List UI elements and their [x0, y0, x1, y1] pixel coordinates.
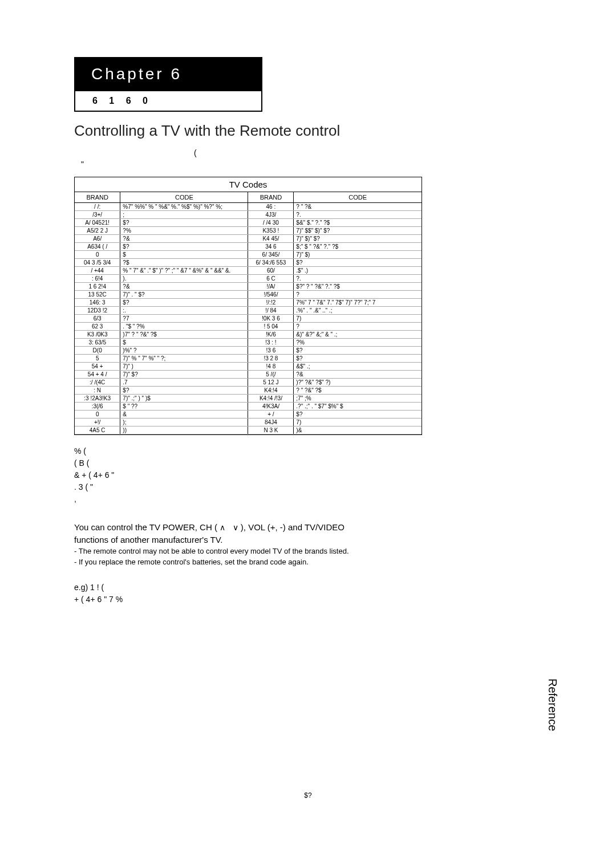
brand-cell: 54 +	[75, 363, 120, 371]
brand-cell: 4J3/	[248, 211, 294, 219]
brand-cell: 13 52C	[75, 291, 120, 299]
brand-cell: A6/	[75, 235, 120, 243]
code-cell: ?.	[294, 211, 422, 219]
brand-cell: A/ 04521!	[75, 219, 120, 227]
table-row: 62 3. "$ " ?%! 5 04?	[75, 323, 422, 331]
intro-text: ( "	[74, 148, 542, 170]
step-line3: & + ( 4+ 6 "	[74, 469, 542, 481]
brand-cell: :3 !2A3!K3	[75, 395, 120, 403]
table-row: 57)" % " 7" %" " ?;!3 2 8$?	[75, 355, 422, 363]
chapter-title: Chapter 6	[91, 65, 245, 83]
code-cell: );	[120, 419, 248, 426]
page-number: $?	[304, 791, 311, 799]
code-cell: $	[120, 339, 248, 347]
brand-cell: 146: 3	[75, 299, 120, 307]
code-cell: ?	[294, 323, 422, 331]
arrow-down-icon: ∨	[233, 522, 238, 534]
table-row: A/ 04521!$?/ /4 30$&" $." ?." ?$	[75, 219, 422, 227]
brand-cell: 54 + 4 /	[75, 371, 120, 379]
code-cell: $?	[120, 243, 248, 251]
example-block: e.g) 1 ! ( + ( 4+ 6 " 7 %	[74, 582, 542, 606]
code-cell: $?	[294, 259, 422, 267]
brand-cell: 84J4	[248, 419, 294, 426]
code-cell: 7)" )	[120, 363, 248, 371]
brand-cell: !4 8	[248, 363, 294, 371]
code-cell: ? " ?&" ?$	[294, 387, 422, 395]
code-cell: ?&	[120, 235, 248, 243]
brand-cell: K3 /0K3	[75, 331, 120, 339]
chapter-sub: 6 1 6 0	[74, 91, 262, 112]
code-cell: ?	[294, 291, 422, 299]
brand-cell: K353 !	[248, 227, 294, 235]
table-row: +!/);84J47)	[75, 419, 422, 426]
brand-cell: 6/ 345/	[248, 251, 294, 259]
codes-table: BRAND CODE BRAND CODE / /:%7" %%" % " %&…	[75, 192, 422, 434]
code-cell: $?" ? " ?&" ?." ?$	[294, 283, 422, 291]
brand-cell: 12D3 !2	[75, 307, 120, 315]
brand-cell: 5 12 J	[248, 379, 294, 387]
th-code-left: CODE	[120, 192, 248, 203]
control-sub1: - The remote control may not be able to …	[74, 546, 542, 557]
code-cell: ?&	[120, 283, 248, 291]
side-tab: Reference	[546, 679, 559, 731]
code-cell: )?" ?&" ?$" ?)	[294, 379, 422, 387]
brand-cell: 6/3	[75, 315, 120, 323]
brand-cell: K4:!4 /!3/	[248, 395, 294, 403]
table-row: 0&+ /$?	[75, 411, 422, 419]
table-row: :/ /(4C.75 12 J)?" ?&" ?$" ?)	[75, 379, 422, 387]
brand-cell: !/:!2	[248, 299, 294, 307]
table-row: A5/2 2 J?%K353 !7)" $$" $)" $?	[75, 227, 422, 235]
code-cell: &	[120, 411, 248, 419]
brand-cell: K4 45/	[248, 235, 294, 243]
brand-cell: : N	[75, 387, 120, 395]
code-cell: ? " ?&	[294, 203, 422, 211]
code-cell: ;7" ;%	[294, 395, 422, 403]
brand-cell: 62 3	[75, 323, 120, 331]
code-cell: .%" . " .&" .." .;	[294, 307, 422, 315]
code-cell: %7" %%" % " %&" %." %$" %)" %?" %;	[120, 203, 248, 211]
code-cell: .$" .)	[294, 267, 422, 275]
code-cell: &)" &?" &;" & " .;	[294, 331, 422, 339]
brand-cell: :/ /(4C	[75, 379, 120, 387]
th-brand-left: BRAND	[75, 192, 120, 203]
code-cell: ;	[120, 211, 248, 219]
brand-cell: !/A/	[248, 283, 294, 291]
brand-cell: :3(/6	[75, 403, 120, 411]
table-row: 6/3?7!0K 3 67)	[75, 315, 422, 323]
code-cell: 7)" $)	[294, 251, 422, 259]
brand-cell: !0K 3 6	[248, 315, 294, 323]
code-cell: $&" $." ?." ?$	[294, 219, 422, 227]
brand-cell: : 6!4	[75, 275, 120, 283]
brand-cell: 6 C	[248, 275, 294, 283]
table-row: 54 +7)" )!4 8&$" .;	[75, 363, 422, 371]
table-row: : 6!4).6 C?.	[75, 275, 422, 283]
code-cell: $;" $ " ?&" ?." ?$	[294, 243, 422, 251]
brand-cell: !/ 84	[248, 307, 294, 315]
chapter-header: Chapter 6	[74, 57, 262, 91]
brand-cell: /3+/	[75, 211, 120, 219]
code-cell: 7)" $$" $)" $?	[294, 227, 422, 235]
table-row: 04 3 /5 3/4?$6/ 34:/6 553$?	[75, 259, 422, 267]
brand-cell: 5	[75, 355, 120, 363]
brand-cell: K4:!4	[248, 387, 294, 395]
step-line2: ( B (	[74, 457, 542, 469]
code-cell: $ " ??	[120, 403, 248, 411]
code-cell: ?%	[120, 227, 248, 235]
code-cell: ?&	[294, 371, 422, 379]
code-cell: $	[120, 251, 248, 259]
control-sub2: - If you replace the remote control's ba…	[74, 556, 542, 568]
brand-cell: 46 :	[248, 203, 294, 211]
brand-cell: A634 ( /	[75, 243, 120, 251]
th-brand-right: BRAND	[248, 192, 294, 203]
brand-cell: 1 6 2!4	[75, 283, 120, 291]
brand-cell: !K/6	[248, 331, 294, 339]
code-cell: $?	[294, 347, 422, 355]
control-main2: ), VOL (+, -) and TV/VIDEO	[241, 522, 345, 532]
brand-cell: / +44	[75, 267, 120, 275]
code-cell: 7)" % " 7" %" " ?;	[120, 355, 248, 363]
code-cell: .?" .;" . " $7" $%" $	[294, 403, 422, 411]
code-cell: ?%	[294, 339, 422, 347]
code-cell: 7)" $?	[120, 371, 248, 379]
code-cell: )&	[294, 426, 422, 434]
code-cell: 7)" . " $?	[120, 291, 248, 299]
